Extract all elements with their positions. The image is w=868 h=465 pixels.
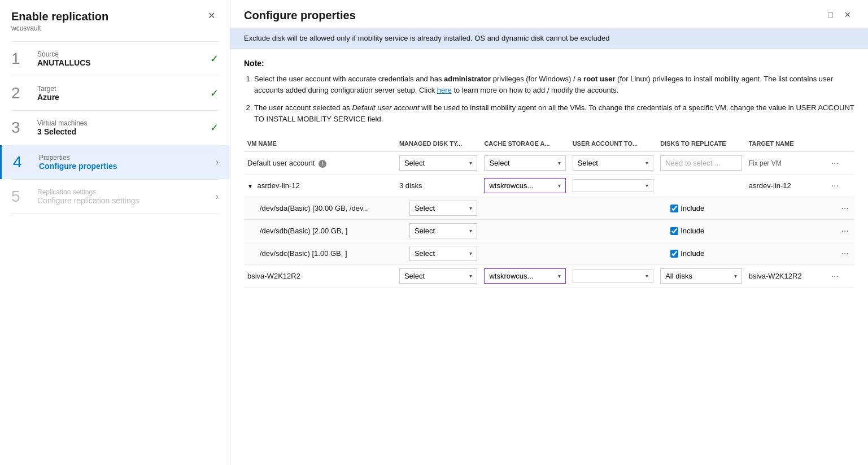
sda-disks-cell: Include [657, 197, 745, 220]
sdc-disks-cell: Include [657, 242, 745, 265]
default-user-account-select[interactable]: Select ▾ [573, 155, 654, 171]
step-5-replication[interactable]: 5 Replication settings Configure replica… [0, 180, 230, 214]
sda-target-cell [745, 197, 826, 220]
table-row: /dev/sdc(Basic) [1.00 GB, ] Select ▾ I [244, 242, 854, 265]
note-item-1: Select the user account with accurate cr… [254, 73, 854, 95]
table-row: bsiva-W2K12R2 Select ▾ wtskrowcus... ▾ [244, 265, 854, 288]
step-2-label: Target [37, 85, 210, 93]
note-section: Note: Select the user account with accur… [244, 59, 854, 124]
step-5-arrow-icon: › [216, 192, 219, 202]
sda-more-cell: ··· [826, 197, 854, 220]
step-5-number: 5 [11, 188, 32, 206]
step-3-label: Virtual machines [37, 119, 210, 127]
step-4-value: Configure properties [39, 162, 216, 171]
default-cache-storage-select[interactable]: Select ▾ [484, 155, 565, 171]
asrdev-disks-cell [657, 175, 745, 197]
note-title: Note: [244, 59, 854, 68]
step-1-info: Source ANUTALLUCS [37, 50, 210, 67]
step-3-number: 3 [11, 119, 32, 137]
default-vm-name: Default user account i [244, 152, 396, 175]
sdb-managed-disk-select[interactable]: Select ▾ [409, 223, 477, 238]
bsiva-vm-name: bsiva-W2K12R2 [247, 272, 300, 280]
bsiva-name-cell: bsiva-W2K12R2 [244, 265, 396, 288]
enable-replication-title: Enable replication [11, 10, 108, 23]
sda-include-checkbox[interactable] [670, 205, 678, 212]
asrdev-more-button[interactable]: ··· [829, 180, 841, 192]
bsiva-disks-select[interactable]: All disks ▾ [660, 268, 741, 284]
step-2-check-icon: ✓ [210, 87, 219, 99]
sdb-disk-name: /dev/sdb(Basic) [2.00 GB, ] [260, 227, 347, 235]
default-more-button[interactable]: ··· [829, 157, 841, 170]
sdb-target-cell [745, 220, 826, 242]
asrdev-cache-cell: wtskrowcus... ▾ [481, 175, 569, 197]
asrdev-cache-select[interactable]: wtskrowcus... ▾ [484, 178, 565, 193]
info-icon[interactable]: i [319, 160, 326, 168]
bsiva-cache-select[interactable]: wtskrowcus... ▾ [484, 268, 565, 284]
asrdev-disk-count-cell: 3 disks [396, 175, 481, 197]
bsiva-user-select[interactable]: ▾ [573, 270, 654, 283]
step-2-target[interactable]: 2 Target Azure ✓ [0, 76, 230, 110]
sdc-include-checkbox[interactable] [670, 250, 678, 258]
right-header: Configure properties □ ✕ [230, 0, 868, 28]
bsiva-managed-disk-select[interactable]: Select ▾ [399, 268, 477, 284]
step-3-info: Virtual machines 3 Selected [37, 119, 210, 136]
sda-more-button[interactable]: ··· [839, 202, 851, 215]
right-content: Note: Select the user account with accur… [230, 49, 868, 465]
sdb-disks-cell: Include [657, 220, 745, 242]
step-2-value: Azure [37, 93, 210, 102]
table-header-row: VM NAME MANAGED DISK TY... CACHE STORAGE… [244, 136, 854, 152]
left-panel-close-button[interactable]: ✕ [204, 10, 219, 21]
default-disks-input: Need to select ... [660, 155, 741, 171]
step-1-value: ANUTALLUCS [37, 58, 210, 67]
right-header-actions: □ ✕ [825, 9, 854, 20]
asrdev-vm-name-cell: ▼ asrdev-lin-12 [244, 175, 396, 197]
step-3-vms[interactable]: 3 Virtual machines 3 Selected ✓ [0, 111, 230, 145]
default-more-cell: ··· [826, 152, 854, 175]
table-row: /dev/sdb(Basic) [2.00 GB, ] Select ▾ I [244, 220, 854, 242]
step-5-label: Replication settings [37, 188, 216, 196]
sdb-more-button[interactable]: ··· [839, 225, 851, 237]
step-1-source[interactable]: 1 Source ANUTALLUCS ✓ [0, 42, 230, 76]
sda-managed-disk-select[interactable]: Select ▾ [409, 201, 477, 216]
step-3-check-icon: ✓ [210, 121, 219, 134]
sdc-managed-disk-cell: Select ▾ [396, 242, 481, 265]
default-target-cell: Fix per VM [745, 152, 826, 175]
sdc-managed-disk-select[interactable]: Select ▾ [409, 246, 477, 261]
step-5-value: Configure replication settings [37, 196, 216, 205]
step-2-info: Target Azure [37, 85, 210, 102]
sda-include-cell: Include [670, 204, 741, 212]
here-link[interactable]: here [437, 86, 452, 94]
sda-managed-disk-cell: Select ▾ [396, 197, 481, 220]
step-1-check-icon: ✓ [210, 53, 219, 65]
default-user-account-cell: Select ▾ [569, 152, 657, 175]
default-managed-disk-select[interactable]: Select ▾ [399, 155, 477, 171]
sdb-include-checkbox[interactable] [670, 227, 678, 235]
sdc-target-cell [745, 242, 826, 265]
maximize-button[interactable]: □ [825, 9, 836, 20]
table-row: Default user account i Select ▾ Select ▾ [244, 152, 854, 175]
right-panel-close-button[interactable]: ✕ [841, 9, 854, 20]
step-4-properties[interactable]: 4 Properties Configure properties › [0, 145, 230, 179]
asrdev-target-cell: asrdev-lin-12 [745, 175, 826, 197]
caret-down-icon: ▾ [469, 205, 472, 211]
sdc-cache-cell [481, 242, 569, 265]
sdc-user-cell [569, 242, 657, 265]
sdc-more-button[interactable]: ··· [839, 247, 851, 260]
sdc-include-label: Include [681, 249, 704, 258]
sdb-name-cell: /dev/sdb(Basic) [2.00 GB, ] [244, 220, 396, 242]
sda-cache-cell [481, 197, 569, 220]
default-disks-cell: Need to select ... [657, 152, 745, 175]
asrdev-user-select[interactable]: ▾ [573, 179, 654, 192]
caret-down-icon: ▾ [469, 160, 472, 166]
expand-icon[interactable]: ▼ [247, 183, 253, 189]
note-item-2: The user account selected as Default use… [254, 102, 854, 124]
col-header-cache: CACHE STORAGE A... [481, 136, 569, 152]
caret-down-icon: ▾ [469, 228, 472, 234]
info-banner: Exclude disk will be allowed only if mob… [230, 28, 868, 49]
asrdev-target-name: asrdev-lin-12 [749, 181, 791, 190]
col-header-disks: DISKS TO REPLICATE [657, 136, 745, 152]
sdc-disk-name: /dev/sdc(Basic) [1.00 GB, ] [260, 249, 347, 258]
bsiva-more-cell: ··· [826, 265, 854, 288]
bsiva-more-button[interactable]: ··· [829, 270, 841, 283]
sdc-name-cell: /dev/sdc(Basic) [1.00 GB, ] [244, 242, 396, 265]
